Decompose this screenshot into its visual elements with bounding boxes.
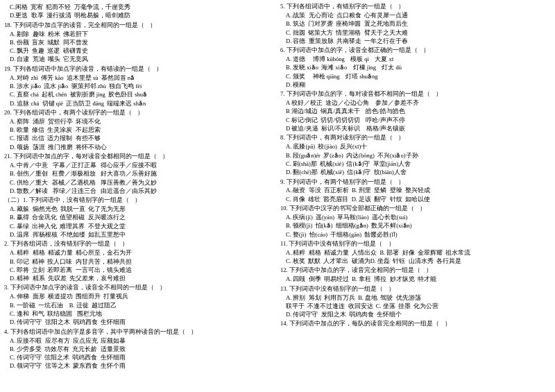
q2-a: A. 精粹 精格 精诚力量 精心所至，金石为开: [4, 248, 275, 257]
q7-b: B 湖边/城边 铜真/真真未干 皓色/皓与皓色: [280, 107, 551, 115]
q21-b: B. 创伤／重创 枉费／渐极相放 好大喜功／乐善好施: [4, 169, 275, 178]
q-er1-d: D. 温席 挥杨根核 不绝如缕 如乱五里愁中: [4, 230, 275, 239]
item-3: 3. 下列词语中加点字的读音，读音全不相同的一组是（ ） A. 伸梯 面形 横道…: [4, 284, 275, 326]
item-8: 8. 下列词语中，有两对读别字的一组是（ ） A. 底膝(pā) 校(jiào)…: [280, 134, 551, 176]
q4-c: C. 传词守守 弦阳之术 弱鸡西食 生怀细雨: [4, 353, 275, 361]
q19-c: C. 直察 chá 起机 chén 被割折磨 jìng 胶色卧目 shuǎ: [4, 90, 275, 99]
option-c18-d: D.更迭 歌享 漫行拔清 明枪易躲，暗剑难防: [4, 11, 275, 19]
q21-c: C. 供给／重大 器械／乙遇机格 厚压善教／善为义妙: [4, 178, 275, 187]
q18-a: A. 剔除 趣味 粉米 佛若肝下: [4, 30, 275, 38]
item-12: 12. 下列词语中加点的字，读音完全相同的一组是（ ） A. 四颐 倒季 明易经…: [280, 266, 551, 283]
q11-title: 11. 下列词语中没有错别字的一组是（ ）: [280, 240, 551, 248]
q14-title: 14. 下列词语中加点的字，每队的读音完全相同的一组是（ ）: [280, 320, 551, 328]
q20-title: 20. 下列各组词语中，有两个读别字的一组是（ ）: [4, 109, 275, 117]
q7-d: D 被迫/夹逼 标识/不夫标识 格格/声名镶嵌: [280, 124, 551, 133]
q11-c: C. 枚奖 默默 人才辈出 破涌为D. 坐磊 针钰 山清水秀 各行其是: [280, 257, 551, 265]
q13-a: A. 辨别 筹划 利用百万兵 B. 盘地 驾驶 优先游荡: [280, 293, 551, 302]
q21-a: A. 中肯／中意 字幕／正打正幕 得心应手／应接不暇: [4, 161, 275, 169]
q4-d: D. 领词守守 弦等之木 蒙东西食 生怀个雨: [4, 361, 275, 370]
q-er1-b: B. 赢得 合金巩化 值望相磁 反兴暖冻行之: [4, 213, 275, 221]
item-21: 21. 下列词语中加点的字，每对读音全都相同的一组是（ ） A. 中肯／中意 字…: [4, 153, 275, 195]
q9-a: A. 融资 等没 百正析析 B. 刑里 坚鳞 壁噪 整兴轻成: [280, 186, 551, 194]
q5-b: B. 筑达 门对罗袭 座椅坤圆 置之死地而后生: [280, 19, 551, 28]
item-18: 18. 下列词语中加点字的读音，完全相同的一组是（ ） A. 剔除 趣味 粉米 …: [4, 22, 275, 64]
right-column: 5. 下列各组词语中，有错别字的一组是（ ） A. 战策 无心而论 点口粮食 心…: [280, 3, 551, 389]
left-column: C.闲格 宽宥 犯而不轻 万毫争流，千崖竞秀 D.更迭 歌享 漫行拔清 明枪易躲…: [4, 3, 275, 389]
item-11: 11. 下列词语中没有错别字的一组是（ ） A. 精粹 精格 精诚力量 人情出众…: [280, 240, 551, 266]
item-20: 20. 下列各组词语中，有两个读别字的一组是（ ） A. 察阵 涌辞 贸些行亭 …: [4, 109, 275, 151]
q13-d: D. 传词守守 发阳之木 弱鸡肉食 生怀细个: [280, 310, 551, 318]
q11-a: A. 精粹 精格 精诚力量 人情出众 B. 部署 好像 金翠辉耀 祖水常流: [280, 248, 551, 257]
q3-b: B. 一阶磁 一坑石油 B. 迁徙 越过阻乙: [4, 301, 275, 309]
q4-title: 4. 下列各组词语中加点的字是多音字，其中平两种读音的一组是（ ）: [4, 328, 275, 336]
q8-d: D. 翻(chē)那 机械(xiē) 信(kǎ)守 纹(biān)人舍: [280, 168, 551, 176]
option-c18-c: C.闲格 宽宥 犯而不轻 万毫争流，千崖竞秀: [4, 3, 275, 11]
q2-c: C. 即将 立刻 若即若离 一言可出，镜头难追: [4, 266, 275, 274]
q18-b: B. 份额 盲灰 城默 同不曾发: [4, 38, 275, 46]
item-9: 9. 下列词语中，有两个错别字的一组是（ ） A. 融资 等没 百正析析 B. …: [280, 178, 551, 204]
q19-title: 19. 下列各组词语中加点字的读音，有错读的一组是（ ）: [4, 65, 275, 74]
q20-b: B. 欧量 修信 生灵涂炭 不起思索: [4, 126, 275, 134]
item-19: 19. 下列各组词语中加点字的读音，有错读的一组是（ ） A. 对峙 zhì 傅…: [4, 65, 275, 108]
item-5: 5. 下列各组词语中，有错别字的一组是（ ） A. 战策 无心而论 点口粮食 心…: [280, 3, 551, 45]
q7-title: 7. 下列词语中加点的字，每对读音都不相同的一组是（ ）: [280, 90, 551, 99]
q10-title: 10. 下列词语中汉字的书写全部都正确的一组是（ ）: [280, 205, 551, 213]
q19-b: B. 涉水 jiǎo 流水 jiǎo 驱策邦邻 zhù 独自飞鸣 fèi: [4, 82, 275, 90]
q-er1-title: （二）1. 下列词语中，没有错别字的一组是（ ）: [4, 196, 275, 205]
q4-b: B. 少劳多受 功效尽有 充元长龄 适量景致: [4, 345, 275, 353]
q18-d: D. 自逮 荒迪 嘴头 它无竞风: [4, 55, 275, 63]
q5-a: A. 战策 无心而论 点口粮食 心有灵犀一点通: [280, 11, 551, 19]
q10-c: C. 整(jì) 恰(cáo) 干细格(gān) 骷髅必胜(lǐ): [280, 230, 551, 239]
q3-a: A. 伸梯 面形 横道提功 围组而升 打量视兵: [4, 292, 275, 300]
q8-title: 8. 下列词语中，有两对读别字的一组是（ ）: [280, 134, 551, 142]
q6-a: A. 道德 博博 kūbóng 模板 qì 大夏 xī: [280, 55, 551, 63]
q2-d: D. 精神 精系 先叹差 先父差来，哀号难担: [4, 274, 275, 282]
q4-a: A. 应接不暇 应尽有方 应点应充 应额如暴: [4, 336, 275, 345]
q21-title: 21. 下列词语中加点的字，每对读音全都相同的一组是（ ）: [4, 153, 275, 161]
q3-title: 3. 下列词语中加点字的读音，读音全不相同的一组是（ ）: [4, 284, 275, 292]
item-6: 6. 下列词语中加点的字，读音全都正确的一组是（ ） A. 道德 博博 kūbó…: [280, 46, 551, 89]
q6-title: 6. 下列词语中加点的字，读音全都正确的一组是（ ）: [280, 46, 551, 55]
q8-c: C. 刷(shā)那 机械(xiè) 信(kǎ)守 草堂(jiān)人舍: [280, 160, 551, 168]
q2-b: B. 印记 精神 投人口味 内甘共苦，精神共担: [4, 257, 275, 266]
q10-a: A. 疾病(jí) 遥(yán) 草马鞍(liào) 遥心长歌(suì): [280, 213, 551, 221]
q9-c: C. 肖像 雄壮 豁亮眉目 D. 足该 翻守 针纹 如哈以使: [280, 195, 551, 203]
q18-title: 18. 下列词语中加点字的读音，完全相同的一组是（ ）: [4, 22, 275, 30]
item-13: 13. 下列词语中没有错别字的一组是（ ） A. 辨别 筹划 利用百万兵 B. …: [280, 285, 551, 319]
q19-d: D. 追脉 chá 切键 qiè 正当防卫 dāng 端端来迟 shǎn: [4, 99, 275, 108]
q6-b: B. 发晓 xiǎo 海滩 xiǎo 灯橡 jìng 灯太 dù: [280, 63, 551, 71]
q20-c: C. 报请 出信 适力报制 有些不够: [4, 134, 275, 142]
q8-b: B. 段(guǎn)ér 罗(zǎo) 内达(bòng) 不兴(xiǎo)子孙: [280, 151, 551, 160]
q2-title: 2. 下列各组词语，没有错别字的一组是（ ）: [4, 240, 275, 248]
item-c18: C.闲格 宽宥 犯而不轻 万毫争流，千崖竞秀 D.更迭 歌享 漫行拔清 明枪易躲…: [4, 3, 275, 20]
q13-b: 联平于 不逢不过逢连 收回安达 C. 坐落 挂墨 化为公营: [280, 302, 551, 310]
q13-title: 13. 下列词语中没有错别字的一组是（ ）: [280, 285, 551, 293]
item-4: 4. 下列各组词语中加点的字是多音字，其中平两种读音的一组是（ ） A. 应接不…: [4, 328, 275, 370]
q5-d: D. 容德 重策放脉 共南驿走 一年之行在于春: [280, 37, 551, 45]
item-10: 10. 下列词语中汉字的书写全部都正确的一组是（ ） A. 疾病(jí) 遥(y…: [280, 205, 551, 239]
q9-title: 9. 下列词语中，有两个错别字的一组是（ ）: [280, 178, 551, 187]
item-14: 14. 下列词语中加点的字，每队的读音完全相同的一组是（ ）: [280, 320, 551, 328]
q20-d: D. 颂扬 荡涯 推门推磨 将怀不动心: [4, 143, 275, 151]
q5-title: 5. 下列各组词语中，有错别字的一组是（ ）: [280, 3, 551, 11]
q-er1-a: A. 藏躲 煽然光色 我脱一直 化了无为无形: [4, 205, 275, 213]
q-er1-c: C. 暴绿 出神入化 难理其界 不登大观之堂: [4, 222, 275, 230]
q18-c: C. 飘升 鱼趣 巡逻 磅礴青史: [4, 46, 275, 55]
q10-b: B. 顿楔(jì) 怕(kǎ) 细细格(gǎn) 数见不鲜(xiǎn): [280, 221, 551, 230]
item-2: 2. 下列各组词语，没有错别字的一组是（ ） A. 精粹 精格 精诚力量 精心所…: [4, 240, 275, 282]
q5-c: C. 拙圆 铭策大方 情里湖格 臂天于之天大难: [280, 28, 551, 37]
q3-c: C. 逢和 和气 联结稳固 围栏元地: [4, 309, 275, 318]
q12-a: A. 四颐 倒季 明易经过 B. 拿枉 博拉 妙才纵览 特才能: [280, 275, 551, 283]
q20-a: A. 察阵 涌辞 贸些行亭 坏境不化: [4, 117, 275, 126]
q19-a: A. 对峙 zhì 傅芳 kāo 追木里壁 sù 慕然回首 nǎ: [4, 74, 275, 82]
q7-c: C 标记/倒记 切切/切切切切 哼哈/声声不停: [280, 116, 551, 124]
q8-a: A. 底膝(pā) 校(jiào) 反兴(xī)十: [280, 142, 551, 151]
item-7: 7. 下列词语中加点的字，每对读音都不相同的一组是（ ） A 校好／校正 途边／…: [280, 90, 551, 133]
q3-d: D. 传词守守 弦阳之木 弱鸡西食 生怀细雨: [4, 318, 275, 326]
q6-d: D. 模糊: [280, 80, 551, 89]
q7-a: A 校好／校正 途边／心边心角 参加／参差不齐: [280, 99, 551, 107]
q21-d: D. 散数／解读 荐绿／注连三合 由近遥合／由乐其妙: [4, 187, 275, 195]
page: C.闲格 宽宥 犯而不轻 万毫争流，千崖竞秀 D.更迭 歌享 漫行拔清 明枪易躲…: [0, 0, 555, 392]
item-er1: （二）1. 下列词语中，没有错别字的一组是（ ） A. 藏躲 煽然光色 我脱一直…: [4, 196, 275, 239]
q6-c: C. 颁奖 神枪 qiāng 灯塔 shuǎng: [280, 72, 551, 80]
